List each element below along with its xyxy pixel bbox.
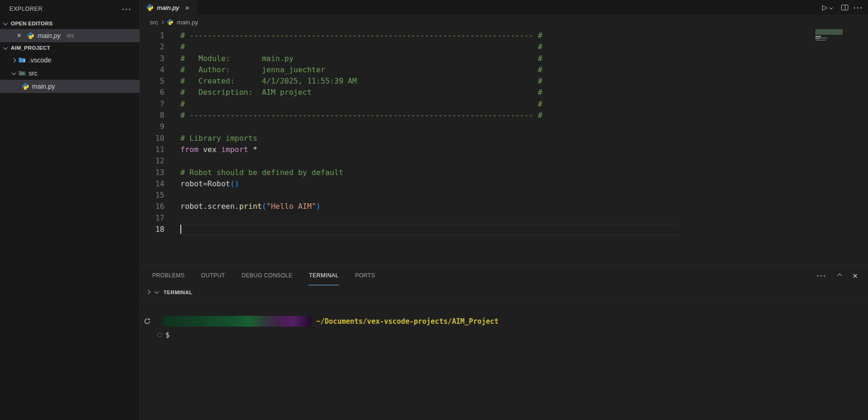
code-line-9[interactable]: 9 (140, 121, 868, 132)
terminal-input-line[interactable]: $ (157, 330, 868, 340)
code-token: # (538, 30, 542, 41)
code-line-5[interactable]: 5# Created: 4/1/2025, 11:55:39 AM# (140, 76, 868, 87)
terminal-prompt-line: ~/Documents/vex-vscode-projects/AIM_Proj… (163, 316, 868, 327)
run-python-file-icon[interactable]: ▷ (822, 3, 828, 12)
line-content[interactable]: # Library imports (180, 133, 257, 144)
split-editor-icon[interactable] (841, 5, 848, 10)
code-token: # (538, 87, 542, 98)
vscode-window: EXPLORER ··· OPEN EDITORS × main.py src … (0, 0, 868, 420)
tab-main-py[interactable]: main.py × (140, 0, 197, 15)
tree-item-label: src (29, 69, 38, 77)
line-number[interactable]: 2 (140, 41, 164, 53)
line-content[interactable]: from vex import * (180, 144, 257, 155)
panel-tab-output[interactable]: OUTPUT (201, 266, 225, 285)
panel-tab-ports[interactable]: PORTS (355, 266, 376, 285)
code-token: # --------------------------------------… (180, 111, 533, 120)
code-line-2[interactable]: 2## (140, 41, 868, 53)
panel-maximize-chevron-icon[interactable] (837, 273, 842, 278)
editor-actions: ▷ ··· (822, 0, 863, 15)
chevron-right-icon[interactable] (146, 290, 151, 295)
code-token: # Description: AIM project (180, 88, 311, 97)
line-content[interactable]: ## (180, 99, 185, 110)
line-number[interactable]: 5 (140, 76, 164, 87)
code-line-14[interactable]: 14robot=Robot() (140, 178, 868, 190)
line-content[interactable] (180, 224, 181, 235)
panel-tabs: PROBLEMSOUTPUTDEBUG CONSOLETERMINALPORTS (152, 266, 391, 285)
line-content[interactable]: # Description: AIM project# (180, 87, 311, 98)
code-line-17[interactable]: 17 (140, 213, 868, 224)
line-content[interactable]: robot=Robot() (180, 178, 239, 190)
project-section-header[interactable]: AIM_PROJECT (0, 42, 140, 53)
line-content[interactable]: robot.screen.print("Hello AIM") (180, 201, 321, 212)
python-icon (22, 83, 29, 90)
open-editors-section-header[interactable]: OPEN EDITORS (0, 18, 140, 29)
close-icon[interactable]: × (17, 32, 23, 39)
line-number[interactable]: 4 (140, 64, 164, 76)
open-editor-item-main-py[interactable]: × main.py src (0, 29, 140, 42)
line-number[interactable]: 1 (140, 30, 164, 41)
code-line-10[interactable]: 10# Library imports (140, 133, 868, 144)
code-token: ( (262, 202, 266, 211)
breadcrumb-file[interactable]: main.py (177, 19, 198, 26)
tree-item-main-py[interactable]: main.py (0, 80, 140, 93)
python-icon (146, 4, 154, 11)
line-number[interactable]: 15 (140, 190, 164, 201)
panel-tab-terminal[interactable]: TERMINAL (309, 266, 339, 285)
chevron-down-icon[interactable] (155, 289, 159, 294)
line-content[interactable]: # Module: main.py# (180, 53, 294, 64)
line-content[interactable]: # Author: jenna_juechter# (180, 64, 325, 76)
chevron-down-icon (3, 45, 8, 50)
src-folder-icon (18, 69, 26, 77)
explorer-title: EXPLORER (9, 6, 42, 12)
line-number[interactable]: 17 (140, 213, 164, 224)
line-number[interactable]: 13 (140, 167, 164, 178)
line-content[interactable]: # --------------------------------------… (180, 30, 533, 41)
line-number[interactable]: 11 (140, 144, 164, 155)
line-number[interactable]: 16 (140, 201, 164, 212)
panel-tab-debug-console[interactable]: DEBUG CONSOLE (241, 266, 293, 285)
panel-tab-problems[interactable]: PROBLEMS (152, 266, 185, 285)
more-actions-icon[interactable]: ··· (853, 4, 863, 12)
code-line-6[interactable]: 6# Description: AIM project# (140, 87, 868, 98)
tree-item-vscode-folder[interactable]: .vscode (0, 53, 140, 67)
code-line-3[interactable]: 3# Module: main.py# (140, 53, 868, 64)
open-editor-file-detail: src (67, 32, 74, 39)
tree-item-src-folder[interactable]: src (0, 67, 140, 80)
command-decoration-icon[interactable] (157, 333, 162, 337)
line-number[interactable]: 8 (140, 110, 164, 121)
code-line-13[interactable]: 13# Robot should be defined by default (140, 167, 868, 178)
panel-more-actions-icon[interactable]: ··· (817, 272, 827, 280)
code-line-1[interactable]: 1# -------------------------------------… (140, 30, 868, 41)
breadcrumb-folder[interactable]: src (150, 19, 158, 26)
line-number[interactable]: 12 (140, 155, 164, 167)
code-line-11[interactable]: 11from vex import * (140, 144, 868, 155)
code-line-12[interactable]: 12 (140, 155, 868, 167)
code-line-8[interactable]: 8# -------------------------------------… (140, 110, 868, 121)
code-token: # Robot should be defined by default (180, 168, 343, 177)
terminal-body[interactable]: ~/Documents/vex-vscode-projects/AIM_Proj… (140, 316, 868, 340)
close-icon[interactable]: × (185, 4, 192, 11)
terminal-sync-icon[interactable] (144, 318, 151, 327)
code-line-16[interactable]: 16robot.screen.print("Hello AIM") (140, 201, 868, 212)
line-number[interactable]: 10 (140, 133, 164, 144)
line-content[interactable]: # Created: 4/1/2025, 11:55:39 AM# (180, 76, 357, 87)
line-number[interactable]: 9 (140, 121, 164, 132)
code-line-4[interactable]: 4# Author: jenna_juechter# (140, 64, 868, 76)
code-line-18[interactable]: 18 (140, 224, 868, 235)
code-editor[interactable]: 1# -------------------------------------… (140, 29, 868, 235)
minimap[interactable] (815, 29, 845, 42)
line-content[interactable]: # --------------------------------------… (180, 110, 533, 121)
line-content[interactable]: ## (180, 41, 185, 53)
explorer-more-icon[interactable]: ··· (122, 5, 132, 13)
minimap-line (815, 38, 820, 39)
line-content[interactable]: # Robot should be defined by default (180, 167, 343, 178)
line-number[interactable]: 18 (140, 224, 164, 235)
line-number[interactable]: 14 (140, 178, 164, 190)
line-number[interactable]: 7 (140, 99, 164, 110)
run-dropdown-chevron-icon[interactable] (829, 6, 833, 9)
code-line-15[interactable]: 15 (140, 190, 868, 201)
line-number[interactable]: 3 (140, 53, 164, 64)
code-line-7[interactable]: 7## (140, 99, 868, 110)
panel-close-icon[interactable]: × (852, 271, 858, 280)
line-number[interactable]: 6 (140, 87, 164, 98)
